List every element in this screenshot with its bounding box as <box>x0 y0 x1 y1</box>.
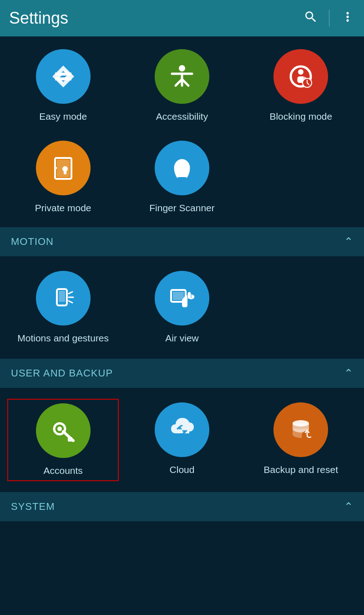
cloud-label: Cloud <box>170 463 195 476</box>
user-backup-section-label: USER AND BACKUP <box>11 367 113 379</box>
svg-rect-8 <box>64 171 66 174</box>
motions-gestures-item[interactable]: Motions and gestures <box>7 267 119 348</box>
header-divider <box>329 10 329 26</box>
easy-mode-label: Easy mode <box>39 110 87 122</box>
more-options-icon[interactable] <box>340 10 355 27</box>
motions-gestures-label: Motions and gestures <box>17 332 109 344</box>
motion-section-header[interactable]: MOTION ⌃ <box>0 227 364 256</box>
empty-cell-1 <box>245 137 357 218</box>
accessibility-label: Accessibility <box>156 110 208 122</box>
motion-section-label: MOTION <box>11 236 54 248</box>
private-mode-icon-circle <box>36 141 91 195</box>
finger-scanner-item[interactable]: Finger Scanner <box>126 137 238 218</box>
cloud-icon-circle <box>155 402 209 457</box>
motions-gestures-icon-circle <box>36 271 91 325</box>
air-view-label: Air view <box>165 332 199 344</box>
svg-point-2 <box>298 69 303 75</box>
backup-reset-label: Backup and reset <box>264 463 338 476</box>
system-section-label: SYSTEM <box>11 501 55 513</box>
finger-scanner-label: Finger Scanner <box>149 202 215 214</box>
svg-point-10 <box>181 170 183 172</box>
app-header: Settings <box>0 0 364 36</box>
personal-section-items: Easy mode Accessibility <box>0 36 364 218</box>
air-view-item[interactable]: Air view <box>126 267 238 348</box>
air-view-icon-circle <box>155 271 209 325</box>
blocking-mode-label: Blocking mode <box>269 110 332 122</box>
finger-scanner-icon-circle <box>155 141 209 195</box>
svg-point-0 <box>179 65 185 71</box>
accounts-icon-circle <box>36 403 91 458</box>
accessibility-item[interactable]: Accessibility <box>126 46 238 126</box>
backup-reset-item[interactable]: Backup and reset <box>245 399 357 481</box>
easy-mode-icon-circle <box>36 49 91 104</box>
svg-rect-17 <box>173 292 184 300</box>
page-title: Settings <box>9 9 68 28</box>
search-icon[interactable] <box>303 10 318 27</box>
backup-reset-icon-circle <box>273 402 328 457</box>
user-backup-chevron-icon: ⌃ <box>344 367 353 380</box>
user-backup-section-items: Accounts Cloud <box>0 388 364 492</box>
svg-point-19 <box>57 427 62 431</box>
blocking-mode-icon-circle <box>273 49 328 104</box>
motion-section-items: Motions and gestures Air view <box>0 256 364 359</box>
accessibility-icon-circle <box>155 49 209 104</box>
header-actions <box>303 10 355 27</box>
cloud-item[interactable]: Cloud <box>126 399 238 481</box>
motion-chevron-icon: ⌃ <box>344 235 353 248</box>
svg-rect-12 <box>59 291 65 302</box>
svg-line-15 <box>69 301 72 303</box>
easy-mode-item[interactable]: Easy mode <box>7 46 119 126</box>
system-section-header[interactable]: SYSTEM ⌃ <box>0 492 364 521</box>
system-chevron-icon: ⌃ <box>344 500 353 513</box>
private-mode-item[interactable]: Private mode <box>7 137 119 218</box>
blocking-mode-item[interactable]: Blocking mode <box>245 46 357 126</box>
user-backup-section-header[interactable]: USER AND BACKUP ⌃ <box>0 359 364 388</box>
accounts-label: Accounts <box>43 464 82 477</box>
private-mode-label: Private mode <box>35 202 91 214</box>
empty-cell-2 <box>245 267 357 348</box>
svg-line-13 <box>69 292 72 294</box>
accounts-item[interactable]: Accounts <box>7 399 119 481</box>
